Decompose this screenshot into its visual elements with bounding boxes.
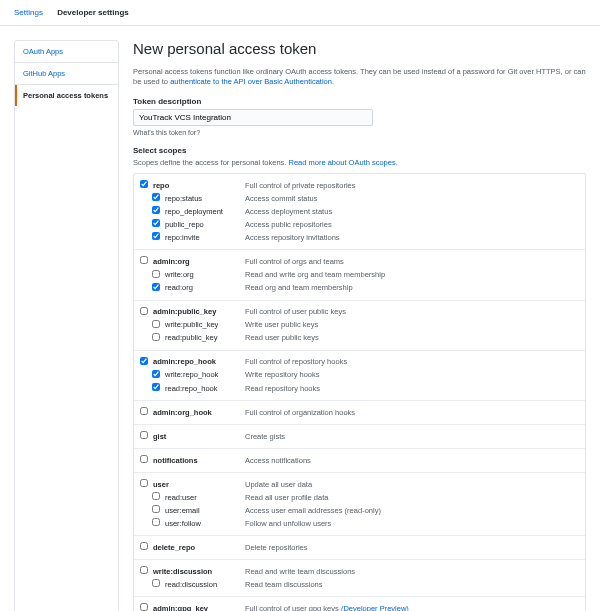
scope-checkbox-read-user[interactable] xyxy=(152,492,160,500)
page-title: New personal access token xyxy=(133,40,586,57)
scope-name: admin:gpg_key xyxy=(150,604,245,611)
scope-checkbox-repo-invite[interactable] xyxy=(152,232,160,240)
scope-name: admin:org xyxy=(150,257,245,267)
scope-name: read:discussion xyxy=(162,580,245,590)
scope-name: repo xyxy=(150,181,245,191)
scope-name: read:org xyxy=(162,283,245,293)
scope-checkbox-gist[interactable] xyxy=(140,431,148,439)
scope-name: repo:status xyxy=(162,194,245,204)
scope-note: Full control of repository hooks xyxy=(245,357,579,367)
oauth-scopes-link[interactable]: Read more about OAuth scopes. xyxy=(289,158,398,167)
scope-row-read-public-key: read:public_keyRead user public keys xyxy=(134,332,585,345)
scope-row-read-discussion: read:discussionRead team discussions xyxy=(134,578,585,591)
scope-note: Access user email addresses (read-only) xyxy=(245,506,579,516)
scope-checkbox-admin-public-key[interactable] xyxy=(140,307,148,315)
scope-note: Access notifications xyxy=(245,456,579,466)
scope-name: gist xyxy=(150,432,245,442)
scope-row-repo: repoFull control of private repositories xyxy=(134,179,585,192)
scope-note: Full control of user public keys xyxy=(245,307,579,317)
sidebar-item-github-apps[interactable]: GitHub Apps xyxy=(15,63,118,85)
scope-name: write:org xyxy=(162,270,245,280)
scope-table: repoFull control of private repositories… xyxy=(133,173,586,611)
scope-checkbox-write-discussion[interactable] xyxy=(140,566,148,574)
scope-checkbox-user[interactable] xyxy=(140,479,148,487)
scope-checkbox-admin-gpg-key[interactable] xyxy=(140,603,148,611)
scope-note: Write repository hooks xyxy=(245,370,579,380)
scope-checkbox-admin-org[interactable] xyxy=(140,256,148,264)
scope-note: Full control of user gpg keys (Developer… xyxy=(245,604,579,611)
scope-row-read-org: read:orgRead org and team membership xyxy=(134,282,585,295)
scope-checkbox-delete-repo[interactable] xyxy=(140,542,148,550)
scope-note: Read user public keys xyxy=(245,333,579,343)
scope-checkbox-admin-repo-hook[interactable] xyxy=(140,357,148,365)
scope-name: admin:repo_hook xyxy=(150,357,245,367)
scope-note: Access repository invitations xyxy=(245,233,579,243)
scope-row-public-repo: public_repoAccess public repositories xyxy=(134,218,585,231)
scope-note: Follow and unfollow users xyxy=(245,519,579,529)
scope-checkbox-write-repo-hook[interactable] xyxy=(152,370,160,378)
scope-name: repo:invite xyxy=(162,233,245,243)
scope-note: Access public repositories xyxy=(245,220,579,230)
scope-row-admin-org: admin:orgFull control of orgs and teams xyxy=(134,255,585,268)
scope-row-read-user: read:userRead all user profile data xyxy=(134,491,585,504)
scope-checkbox-repo-deployment[interactable] xyxy=(152,206,160,214)
scope-row-gist: gistCreate gists xyxy=(134,430,585,443)
scope-checkbox-user-email[interactable] xyxy=(152,505,160,513)
scope-note: Read and write org and team membership xyxy=(245,270,579,280)
scope-name: admin:org_hook xyxy=(150,408,245,418)
token-desc-help: What's this token for? xyxy=(133,129,586,136)
scope-name: user xyxy=(150,480,245,490)
token-desc-input[interactable] xyxy=(133,109,373,126)
scope-row-write-discussion: write:discussionRead and write team disc… xyxy=(134,565,585,578)
scope-name: admin:public_key xyxy=(150,307,245,317)
scope-row-repo-status: repo:statusAccess commit status xyxy=(134,192,585,205)
scope-checkbox-write-public-key[interactable] xyxy=(152,320,160,328)
scope-row-write-org: write:orgRead and write org and team mem… xyxy=(134,269,585,282)
scope-note: Access commit status xyxy=(245,194,579,204)
scope-checkbox-repo[interactable] xyxy=(140,180,148,188)
scope-note: Read repository hooks xyxy=(245,384,579,394)
scope-note: Full control of private repositories xyxy=(245,181,579,191)
scope-row-write-repo-hook: write:repo_hookWrite repository hooks xyxy=(134,369,585,382)
scope-row-admin-gpg-key: admin:gpg_keyFull control of user gpg ke… xyxy=(134,602,585,611)
scope-name: user:follow xyxy=(162,519,245,529)
scope-checkbox-write-org[interactable] xyxy=(152,270,160,278)
scope-note: Read org and team membership xyxy=(245,283,579,293)
scope-note: Read and write team discussions xyxy=(245,567,579,577)
scope-checkbox-admin-org-hook[interactable] xyxy=(140,407,148,415)
scope-checkbox-read-org[interactable] xyxy=(152,283,160,291)
scope-checkbox-repo-status[interactable] xyxy=(152,193,160,201)
main-content: New personal access token Personal acces… xyxy=(133,40,586,611)
scope-checkbox-public-repo[interactable] xyxy=(152,219,160,227)
scope-row-admin-public-key: admin:public_keyFull control of user pub… xyxy=(134,306,585,319)
scope-checkbox-read-public-key[interactable] xyxy=(152,333,160,341)
auth-link[interactable]: authenticate to the API over Basic Authe… xyxy=(170,77,332,86)
scope-checkbox-read-discussion[interactable] xyxy=(152,579,160,587)
nav-settings[interactable]: Settings xyxy=(14,8,43,17)
scope-row-user-email: user:emailAccess user email addresses (r… xyxy=(134,504,585,517)
sidebar-item-personal-access-tokens[interactable]: Personal access tokens xyxy=(15,85,118,106)
scope-note: Read all user profile data xyxy=(245,493,579,503)
scope-name: public_repo xyxy=(162,220,245,230)
scope-checkbox-user-follow[interactable] xyxy=(152,518,160,526)
scope-checkbox-notifications[interactable] xyxy=(140,455,148,463)
scope-row-read-repo-hook: read:repo_hookRead repository hooks xyxy=(134,382,585,395)
scope-note: Read team discussions xyxy=(245,580,579,590)
select-scopes-label: Select scopes xyxy=(133,146,586,155)
scope-name: write:discussion xyxy=(150,567,245,577)
sidebar: OAuth AppsGitHub AppsPersonal access tok… xyxy=(14,40,119,611)
developer-preview-link[interactable]: (Developer Preview) xyxy=(341,604,409,611)
sidebar-item-oauth-apps[interactable]: OAuth Apps xyxy=(15,41,118,63)
scope-note: Access deployment status xyxy=(245,207,579,217)
scope-name: user:email xyxy=(162,506,245,516)
scope-name: delete_repo xyxy=(150,543,245,553)
scope-checkbox-read-repo-hook[interactable] xyxy=(152,383,160,391)
scope-name: read:public_key xyxy=(162,333,245,343)
scope-note: Update all user data xyxy=(245,480,579,490)
scope-row-delete-repo: delete_repoDelete repositories xyxy=(134,541,585,554)
scope-row-write-public-key: write:public_keyWrite user public keys xyxy=(134,319,585,332)
scope-name: repo_deployment xyxy=(162,207,245,217)
scope-row-repo-invite: repo:inviteAccess repository invitations xyxy=(134,231,585,244)
scope-row-user-follow: user:followFollow and unfollow users xyxy=(134,517,585,530)
nav-developer-settings[interactable]: Developer settings xyxy=(57,8,129,17)
